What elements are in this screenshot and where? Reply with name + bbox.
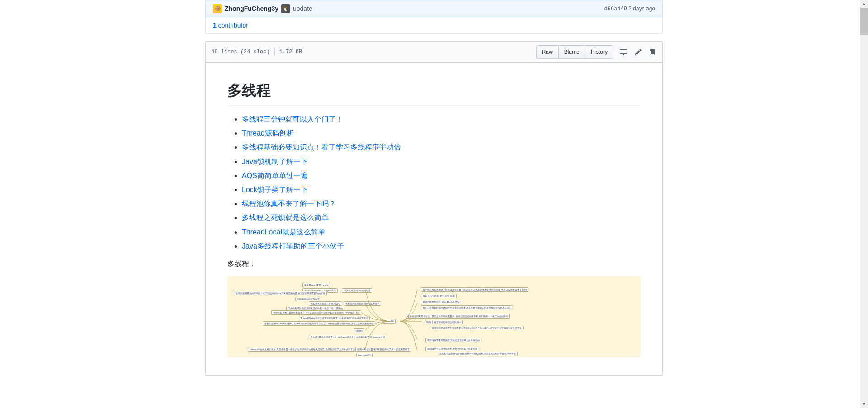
avatar[interactable]: 🐵 bbox=[213, 4, 222, 13]
list-item: Java多线程打辅助的三个小伙子 bbox=[242, 240, 641, 252]
list-item: 多线程三分钟就可以入个门了！ bbox=[242, 113, 641, 125]
trash-icon[interactable] bbox=[648, 47, 657, 57]
raw-button[interactable]: Raw bbox=[536, 45, 559, 59]
file-actions: Raw Blame History bbox=[536, 45, 657, 59]
readme-heading: 多线程 bbox=[227, 81, 641, 106]
desktop-icon[interactable] bbox=[618, 47, 629, 57]
list-item: Thread源码剖析 bbox=[242, 127, 641, 139]
pencil-icon[interactable] bbox=[633, 47, 643, 57]
article-link[interactable]: ThreadLocal就是这么简单 bbox=[242, 228, 326, 236]
mindmap-image[interactable]: Thread类 集合Thread,重写run方法 实现Runnable接口,重写… bbox=[227, 276, 641, 357]
mindmap-connectors bbox=[227, 276, 641, 357]
list-item: AQS简简单单过一遍 bbox=[242, 169, 641, 182]
contributors-count: 1 bbox=[213, 22, 217, 29]
blame-button[interactable]: Blame bbox=[559, 45, 585, 59]
article-link[interactable]: Thread源码剖析 bbox=[242, 129, 294, 137]
article-link[interactable]: 线程池你真不来了解一下吗？ bbox=[242, 200, 336, 207]
article-link[interactable]: Java多线程打辅助的三个小伙子 bbox=[242, 242, 344, 250]
file-size: 1.72 KB bbox=[279, 49, 302, 55]
list-item: Lock锁子类了解一下 bbox=[242, 183, 641, 196]
history-button[interactable]: History bbox=[585, 45, 613, 59]
list-item: 线程池你真不来了解一下吗？ bbox=[242, 197, 641, 210]
scrollbar[interactable]: ▲ ▼ bbox=[860, 0, 868, 376]
readme-subheading: 多线程： bbox=[227, 259, 641, 269]
list-item: 多线程之死锁就是这么简单 bbox=[242, 211, 641, 224]
file-header: 46 lines (24 sloc) 1.72 KB Raw Blame His… bbox=[206, 42, 662, 63]
list-item: Java锁机制了解一下 bbox=[242, 155, 641, 168]
contributors-bar: 1 contributor bbox=[205, 17, 663, 34]
commit-status-icon: 🐧 bbox=[281, 4, 290, 13]
article-link[interactable]: Java锁机制了解一下 bbox=[242, 158, 308, 165]
article-link[interactable]: 多线程基础必要知识点！看了学习多线程事半功倍 bbox=[242, 143, 401, 151]
scroll-up-arrow[interactable]: ▲ bbox=[860, 0, 868, 8]
commit-meta: d96a449 2 days ago bbox=[604, 5, 655, 12]
readme-content: 多线程 多线程三分钟就可以入个门了！ Thread源码剖析 多线程基础必要知识点… bbox=[206, 63, 662, 375]
list-item: 多线程基础必要知识点！看了学习多线程事半功倍 bbox=[242, 141, 641, 153]
article-link[interactable]: Lock锁子类了解一下 bbox=[242, 186, 308, 193]
list-item: ThreadLocal就是这么简单 bbox=[242, 226, 641, 238]
commit-time: 2 days ago bbox=[628, 5, 655, 12]
contributors-link[interactable]: 1 contributor bbox=[213, 22, 248, 29]
file-info: 46 lines (24 sloc) 1.72 KB bbox=[211, 48, 302, 56]
scrollbar-thumb[interactable] bbox=[860, 8, 868, 35]
link-list: 多线程三分钟就可以入个门了！ Thread源码剖析 多线程基础必要知识点！看了学… bbox=[227, 113, 641, 252]
separator bbox=[274, 48, 275, 56]
commit-message[interactable]: update bbox=[293, 5, 312, 12]
commit-bar: 🐵 ZhongFuCheng3y 🐧 update d96a449 2 days… bbox=[205, 0, 663, 17]
author-link[interactable]: ZhongFuCheng3y bbox=[225, 5, 278, 12]
article-link[interactable]: AQS简简单单过一遍 bbox=[242, 172, 308, 179]
contributors-label: contributor bbox=[218, 22, 248, 29]
button-group: Raw Blame History bbox=[536, 45, 613, 59]
commit-sha[interactable]: d96a449 bbox=[604, 6, 627, 12]
article-link[interactable]: 多线程之死锁就是这么简单 bbox=[242, 214, 329, 221]
commit-author-block: 🐵 ZhongFuCheng3y 🐧 update bbox=[213, 4, 312, 13]
article-link[interactable]: 多线程三分钟就可以入个门了！ bbox=[242, 115, 343, 123]
file-lines: 46 lines (24 sloc) bbox=[211, 49, 270, 55]
file-box: 46 lines (24 sloc) 1.72 KB Raw Blame His… bbox=[205, 41, 663, 376]
